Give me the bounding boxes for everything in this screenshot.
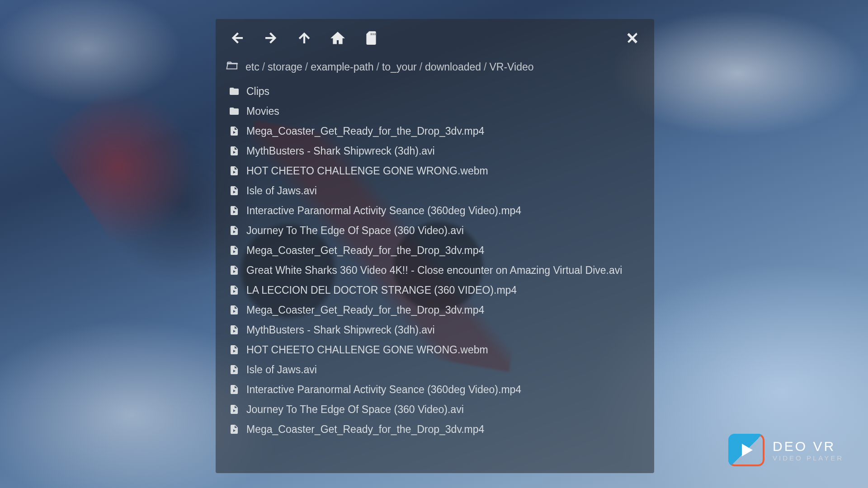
file-row[interactable]: Mega_Coaster_Get_Ready_for_the_Drop_3dv.… bbox=[228, 419, 644, 439]
file-row[interactable]: MythBusters - Shark Shipwreck (3dh).avi bbox=[228, 320, 644, 340]
file-row[interactable]: Mega_Coaster_Get_Ready_for_the_Drop_3dv.… bbox=[228, 240, 644, 260]
toolbar bbox=[216, 19, 654, 52]
file-browser-panel: etc/storage/example-path/to_your/downloa… bbox=[216, 19, 654, 473]
video-file-icon bbox=[228, 264, 240, 276]
file-name-label: Mega_Coaster_Get_Ready_for_the_Drop_3dv.… bbox=[246, 125, 484, 137]
file-name-label: HOT CHEETO CHALLENGE GONE WRONG.webm bbox=[246, 344, 488, 356]
breadcrumb-segment[interactable]: downloaded bbox=[425, 61, 481, 73]
file-row[interactable]: HOT CHEETO CHALLENGE GONE WRONG.webm bbox=[228, 340, 644, 360]
file-row[interactable]: LA LECCION DEL DOCTOR STRANGE (360 VIDEO… bbox=[228, 280, 644, 300]
breadcrumb-separator: / bbox=[420, 61, 422, 73]
video-file-icon bbox=[228, 344, 240, 356]
breadcrumb-segment[interactable]: to_your bbox=[382, 61, 417, 73]
folder-row[interactable]: Clips bbox=[228, 81, 644, 101]
path-row: etc/storage/example-path/to_your/downloa… bbox=[216, 52, 654, 81]
back-button[interactable] bbox=[228, 29, 246, 47]
video-file-icon bbox=[228, 423, 240, 435]
file-row[interactable]: MythBusters - Shark Shipwreck (3dh).avi bbox=[228, 141, 644, 161]
file-name-label: Interactive Paranormal Activity Seance (… bbox=[246, 384, 521, 396]
file-name-label: Interactive Paranormal Activity Seance (… bbox=[246, 205, 521, 217]
file-row[interactable]: Great White Sharks 360 Video 4K!! - Clos… bbox=[228, 260, 644, 280]
video-file-icon bbox=[228, 364, 240, 375]
breadcrumb[interactable]: etc/storage/example-path/to_your/downloa… bbox=[245, 61, 534, 73]
up-button[interactable] bbox=[295, 29, 313, 47]
breadcrumb-segment[interactable]: storage bbox=[268, 61, 302, 73]
logo-subtitle: VIDEO PLAYER bbox=[773, 454, 844, 462]
folder-open-icon bbox=[226, 59, 239, 75]
file-name-label: HOT CHEETO CHALLENGE GONE WRONG.webm bbox=[246, 165, 488, 177]
breadcrumb-separator: / bbox=[377, 61, 379, 73]
folder-icon bbox=[228, 105, 240, 117]
file-name-label: Journey To The Edge Of Space (360 Video)… bbox=[246, 225, 464, 237]
file-name-label: Journey To The Edge Of Space (360 Video)… bbox=[246, 404, 464, 416]
file-row[interactable]: Interactive Paranormal Activity Seance (… bbox=[228, 201, 644, 221]
breadcrumb-segment[interactable]: VR-Video bbox=[490, 61, 534, 73]
file-name-label: Mega_Coaster_Get_Ready_for_the_Drop_3dv.… bbox=[246, 304, 484, 316]
play-icon bbox=[728, 434, 764, 466]
close-button[interactable] bbox=[623, 29, 642, 47]
file-name-label: Movies bbox=[246, 105, 279, 117]
home-button[interactable] bbox=[329, 29, 347, 47]
sdcard-button[interactable] bbox=[362, 29, 380, 47]
breadcrumb-separator: / bbox=[262, 61, 265, 73]
breadcrumb-separator: / bbox=[484, 61, 486, 73]
file-row[interactable]: Mega_Coaster_Get_Ready_for_the_Drop_3dv.… bbox=[228, 300, 644, 320]
breadcrumb-segment[interactable]: example-path bbox=[311, 61, 373, 73]
file-name-label: Isle of Jaws.avi bbox=[246, 185, 317, 197]
file-row[interactable]: Journey To The Edge Of Space (360 Video)… bbox=[228, 221, 644, 240]
video-file-icon bbox=[228, 384, 240, 395]
file-row[interactable]: Mega_Coaster_Get_Ready_for_the_Drop_3dv.… bbox=[228, 121, 644, 141]
video-file-icon bbox=[228, 125, 240, 137]
logo-title: DEO VR bbox=[773, 439, 844, 454]
file-row[interactable]: Isle of Jaws.avi bbox=[228, 181, 644, 201]
file-row[interactable]: HOT CHEETO CHALLENGE GONE WRONG.webm bbox=[228, 161, 644, 181]
video-file-icon bbox=[228, 284, 240, 296]
file-name-label: Great White Sharks 360 Video 4K!! - Clos… bbox=[246, 264, 622, 277]
video-file-icon bbox=[228, 185, 240, 197]
file-name-label: Mega_Coaster_Get_Ready_for_the_Drop_3dv.… bbox=[246, 423, 484, 436]
file-row[interactable]: Journey To The Edge Of Space (360 Video)… bbox=[228, 399, 644, 419]
deovr-logo: DEO VR VIDEO PLAYER bbox=[728, 434, 844, 466]
file-name-label: Isle of Jaws.avi bbox=[246, 364, 317, 376]
folder-icon bbox=[228, 85, 240, 97]
video-file-icon bbox=[228, 145, 240, 157]
video-file-icon bbox=[228, 205, 240, 216]
file-name-label: Clips bbox=[246, 85, 269, 98]
forward-button[interactable] bbox=[262, 29, 280, 47]
breadcrumb-separator: / bbox=[305, 61, 308, 73]
file-list: ClipsMoviesMega_Coaster_Get_Ready_for_th… bbox=[216, 81, 654, 473]
file-name-label: LA LECCION DEL DOCTOR STRANGE (360 VIDEO… bbox=[246, 284, 517, 296]
video-file-icon bbox=[228, 404, 240, 415]
file-row[interactable]: Isle of Jaws.avi bbox=[228, 360, 644, 380]
video-file-icon bbox=[228, 165, 240, 177]
video-file-icon bbox=[228, 324, 240, 336]
file-name-label: MythBusters - Shark Shipwreck (3dh).avi bbox=[246, 324, 435, 336]
file-name-label: Mega_Coaster_Get_Ready_for_the_Drop_3dv.… bbox=[246, 244, 484, 257]
video-file-icon bbox=[228, 244, 240, 256]
folder-row[interactable]: Movies bbox=[228, 101, 644, 121]
file-row[interactable]: Interactive Paranormal Activity Seance (… bbox=[228, 380, 644, 399]
file-name-label: MythBusters - Shark Shipwreck (3dh).avi bbox=[246, 145, 435, 157]
video-file-icon bbox=[228, 304, 240, 316]
breadcrumb-segment[interactable]: etc bbox=[245, 61, 259, 73]
video-file-icon bbox=[228, 225, 240, 236]
